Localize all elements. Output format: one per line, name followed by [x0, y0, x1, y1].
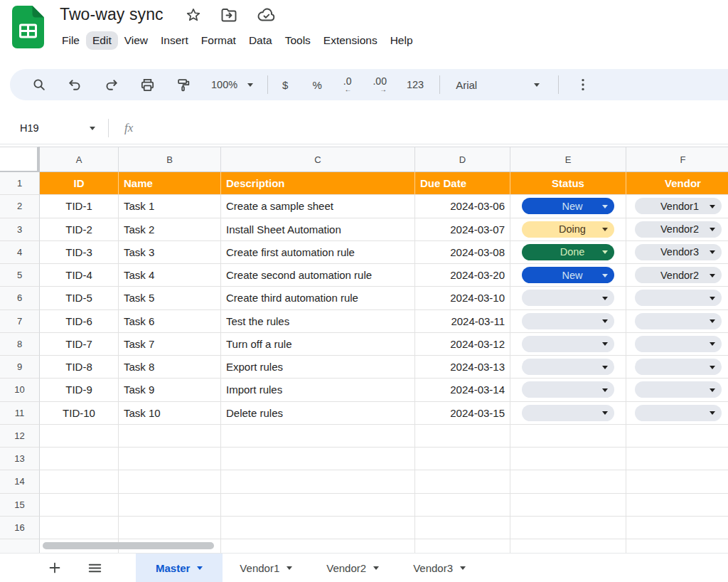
status-chip[interactable]	[522, 313, 614, 329]
cell-A5[interactable]: TID-4	[40, 264, 119, 287]
column-header-B[interactable]: B	[119, 147, 221, 172]
cell-E5[interactable]: New	[510, 264, 626, 287]
column-header-D[interactable]: D	[415, 147, 510, 172]
status-chip[interactable]: New	[522, 198, 614, 214]
zoom-select[interactable]: 100%	[211, 79, 237, 90]
row-header-2[interactable]: 2	[0, 195, 40, 218]
cell-B4[interactable]: Task 3	[119, 241, 221, 264]
cloud-saved-icon[interactable]	[257, 7, 276, 23]
cell-E4[interactable]: Done	[510, 241, 626, 264]
cell-B7[interactable]: Task 6	[119, 310, 221, 333]
row-header[interactable]	[0, 539, 40, 553]
add-sheet-button[interactable]	[47, 554, 63, 582]
cell-B11[interactable]: Task 10	[119, 402, 221, 425]
cell-B3[interactable]: Task 2	[119, 218, 221, 241]
status-chip[interactable]	[522, 405, 614, 421]
vendor-chip[interactable]: Vendor3	[635, 244, 722, 260]
row-header-1[interactable]: 1	[0, 172, 40, 195]
cell-A12[interactable]	[40, 425, 119, 448]
cell-F7[interactable]	[626, 310, 728, 333]
cell-C4[interactable]: Create first automation rule	[221, 241, 415, 264]
cell-E10[interactable]	[510, 379, 626, 401]
cell-C11[interactable]: Delete rules	[221, 402, 415, 425]
vendor-chip[interactable]: Vendor2	[635, 221, 722, 238]
cell-C2[interactable]: Create a sample sheet	[221, 195, 415, 218]
status-chip[interactable]: New	[522, 267, 614, 283]
cell-F10[interactable]	[626, 379, 728, 401]
cell-B16[interactable]	[119, 517, 221, 539]
row-header-3[interactable]: 3	[0, 218, 40, 241]
cell-A4[interactable]: TID-3	[40, 241, 119, 264]
cell-D4[interactable]: 2024-03-08	[415, 241, 510, 264]
status-chip[interactable]: Done	[522, 244, 614, 260]
cell-E8[interactable]	[510, 333, 626, 356]
menu-edit[interactable]: Edit	[86, 31, 118, 50]
cell-A6[interactable]: TID-5	[40, 287, 119, 309]
status-chip[interactable]: Doing	[522, 221, 614, 238]
redo-icon[interactable]	[103, 77, 119, 93]
cell-E3[interactable]: Doing	[510, 218, 626, 241]
menu-format[interactable]: Format	[195, 31, 242, 50]
cell-C8[interactable]: Turn off a rule	[221, 333, 415, 356]
cell-D1[interactable]: Due Date	[415, 172, 510, 195]
more-options-icon[interactable]	[576, 77, 590, 92]
name-box[interactable]: H19	[20, 122, 95, 134]
cell-B6[interactable]: Task 5	[119, 287, 221, 309]
cell-D15[interactable]	[415, 494, 510, 517]
vendor-chip[interactable]	[635, 290, 722, 306]
cell-C1[interactable]: Description	[221, 172, 415, 195]
vendor-chip[interactable]: Vendor1	[635, 198, 722, 214]
cell-F8[interactable]	[626, 333, 728, 356]
cell-D3[interactable]: 2024-03-07	[415, 218, 510, 241]
cell-D8[interactable]: 2024-03-12	[415, 333, 510, 356]
cell-D2[interactable]: 2024-03-06	[415, 195, 510, 218]
cell-C7[interactable]: Test the rules	[221, 310, 415, 333]
cell-A11[interactable]: TID-10	[40, 402, 119, 425]
print-icon[interactable]	[139, 77, 156, 93]
row-header-8[interactable]: 8	[0, 333, 40, 356]
vendor-chip[interactable]: Vendor2	[635, 267, 722, 283]
star-icon[interactable]	[186, 7, 201, 23]
cell-C[interactable]	[221, 539, 415, 553]
cell-E6[interactable]	[510, 287, 626, 309]
sheet-tab-vendor1[interactable]: Vendor1	[223, 554, 309, 582]
cell-B14[interactable]	[119, 470, 221, 493]
cell-A9[interactable]: TID-8	[40, 356, 119, 379]
cell-E7[interactable]	[510, 310, 626, 333]
cell-F12[interactable]	[626, 425, 728, 448]
paint-format-icon[interactable]	[176, 77, 191, 93]
cell-E12[interactable]	[510, 425, 626, 448]
horizontal-scrollbar[interactable]	[43, 542, 214, 549]
cell-B1[interactable]: Name	[119, 172, 221, 195]
cell-D6[interactable]: 2024-03-10	[415, 287, 510, 309]
sheets-logo[interactable]	[12, 6, 44, 48]
cell-E16[interactable]	[510, 517, 626, 539]
row-header-13[interactable]: 13	[0, 448, 40, 470]
row-header-12[interactable]: 12	[0, 425, 40, 448]
cell-F2[interactable]: Vendor1	[626, 195, 728, 218]
cell-B10[interactable]: Task 9	[119, 379, 221, 401]
cell-A2[interactable]: TID-1	[40, 195, 119, 218]
increase-decimal-button[interactable]: .00→	[373, 76, 386, 93]
decrease-decimal-button[interactable]: .0←	[343, 76, 352, 93]
cell-E15[interactable]	[510, 494, 626, 517]
vendor-chip[interactable]	[635, 381, 722, 398]
cell-C14[interactable]	[221, 470, 415, 493]
cell-A14[interactable]	[40, 470, 119, 493]
menu-file[interactable]: File	[55, 31, 86, 50]
row-header-14[interactable]: 14	[0, 470, 40, 493]
cell-A13[interactable]	[40, 448, 119, 470]
cell-A3[interactable]: TID-2	[40, 218, 119, 241]
menu-help[interactable]: Help	[384, 31, 419, 50]
cell-C16[interactable]	[221, 517, 415, 539]
cell-D[interactable]	[415, 539, 510, 553]
cell-F15[interactable]	[626, 494, 728, 517]
status-chip[interactable]	[522, 359, 614, 375]
cell-F13[interactable]	[626, 448, 728, 470]
row-header-10[interactable]: 10	[0, 379, 40, 401]
cell-A16[interactable]	[40, 517, 119, 539]
chevron-down-icon[interactable]	[247, 83, 253, 87]
vendor-chip[interactable]	[635, 405, 722, 421]
menu-data[interactable]: Data	[242, 31, 279, 50]
cell-F5[interactable]: Vendor2	[626, 264, 728, 287]
